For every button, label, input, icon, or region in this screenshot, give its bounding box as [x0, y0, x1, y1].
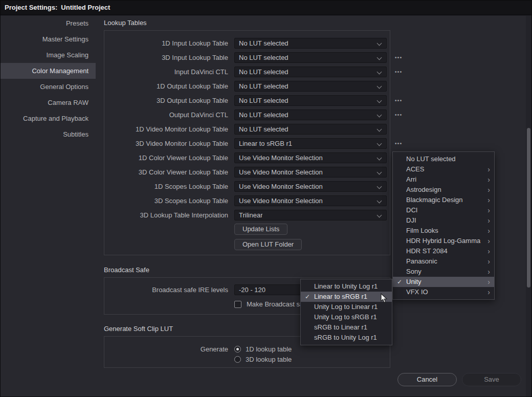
- chevron-down-icon: [377, 69, 382, 74]
- dropdown-1d-scopes[interactable]: Use Video Monitor Selection: [234, 181, 387, 192]
- sidebar-item-camera-raw[interactable]: Camera RAW: [0, 95, 96, 111]
- menu-item-astrodesign[interactable]: Astrodesign ›: [393, 185, 494, 195]
- lut-row-1d-output: 1D Output Lookup Table No LUT selected: [104, 79, 390, 93]
- section-title-soft-clip: Generate Soft Clip LUT: [104, 325, 173, 333]
- radio-option-1d[interactable]: 1D lookup table: [234, 345, 292, 352]
- submenu-item-unity-log-to-linear[interactable]: Unity Log to Linear r1: [301, 302, 392, 312]
- menu-item-arri[interactable]: Arri ›: [393, 174, 494, 185]
- chevron-down-icon: [377, 184, 382, 189]
- submenu-arrow-icon: ›: [484, 236, 490, 246]
- menu-item-label: DCI: [406, 205, 484, 215]
- submenu-item-unity-log-to-srgb[interactable]: Unity Log to sRGB r1: [301, 312, 392, 322]
- menu-item-sony[interactable]: Sony ›: [393, 267, 494, 277]
- lut-row-1d-scopes: 1D Scopes Lookup Table Use Video Monitor…: [104, 179, 390, 193]
- row-label: 3D Output Lookup Table: [104, 97, 228, 104]
- menu-item-vfx-io[interactable]: VFX IO ›: [393, 287, 494, 297]
- lut-row-output-ctl: Output DaVinci CTL No LUT selected •••: [104, 107, 390, 122]
- lookup-tables-panel: 1D Input Lookup Table No LUT selected 3D…: [104, 30, 390, 255]
- dropdown-3d-color-viewer[interactable]: Use Video Monitor Selection: [234, 167, 387, 178]
- chevron-down-icon: [377, 169, 382, 174]
- submenu-arrow-icon: ›: [484, 277, 490, 286]
- lut-row-1d-color-viewer: 1D Color Viewer Lookup Table Use Video M…: [104, 150, 390, 165]
- lut-row-3d-scopes: 3D Scopes Lookup Table Use Video Monitor…: [104, 193, 390, 208]
- sidebar-item-presets[interactable]: Presets: [0, 15, 96, 31]
- submenu-item-srgb-to-unity-log[interactable]: sRGB to Unity Log r1: [301, 333, 392, 343]
- generate-label: Generate: [104, 345, 228, 353]
- sidebar-item-capture-playback[interactable]: Capture and Playback: [0, 111, 96, 126]
- lut-row-3d-output: 3D Output Lookup Table No LUT selected •…: [104, 93, 390, 107]
- submenu-arrow-icon: ›: [484, 185, 490, 194]
- submenu-item-srgb-to-linear[interactable]: sRGB to Linear r1: [301, 322, 392, 333]
- radio-option-3d[interactable]: 3D lookup table: [234, 356, 292, 363]
- dropdown-interpolation[interactable]: Trilinear: [234, 210, 387, 220]
- dropdown-value: No LUT selected: [239, 68, 289, 76]
- menu-item-aces[interactable]: ACES ›: [393, 164, 494, 174]
- radio-1d-label: 1D lookup table: [246, 345, 292, 353]
- chevron-down-icon: [377, 155, 382, 160]
- menu-item-no-lut-selected[interactable]: No LUT selected: [393, 154, 494, 164]
- menu-item-label: Unity Log to sRGB r1: [314, 312, 388, 322]
- menu-item-label: sRGB to Unity Log r1: [314, 333, 388, 343]
- chevron-down-icon: [377, 83, 382, 89]
- dropdown-value: -20 - 120: [239, 286, 265, 294]
- row-label: 3D Input Lookup Table: [104, 54, 228, 61]
- dropdown-1d-video-monitor[interactable]: No LUT selected: [234, 124, 387, 135]
- radio-3d-icon[interactable]: [234, 356, 241, 363]
- chevron-down-icon: [377, 112, 382, 117]
- chevron-down-icon: [377, 198, 382, 203]
- options-ellipsis-icon[interactable]: •••: [392, 52, 405, 63]
- radio-3d-label: 3D lookup table: [246, 356, 292, 363]
- options-ellipsis-icon[interactable]: •••: [392, 66, 405, 77]
- submenu-item-linear-to-unity-log[interactable]: Linear to Unity Log r1: [301, 281, 392, 292]
- dropdown-3d-scopes[interactable]: Use Video Monitor Selection: [234, 195, 387, 206]
- dropdown-output-ctl[interactable]: No LUT selected: [234, 109, 387, 120]
- menu-item-dci[interactable]: DCI ›: [393, 205, 494, 215]
- options-ellipsis-icon[interactable]: •••: [392, 95, 405, 106]
- dropdown-value: Use Video Monitor Selection: [239, 183, 323, 190]
- sidebar-item-general-options[interactable]: General Options: [0, 79, 96, 95]
- menu-item-label: Unity Log to Linear r1: [314, 302, 388, 312]
- options-ellipsis-icon[interactable]: •••: [392, 109, 405, 120]
- submenu-arrow-icon: ›: [484, 257, 490, 266]
- scrollbar-thumb[interactable]: [527, 128, 530, 288]
- menu-item-panasonic[interactable]: Panasonic ›: [393, 256, 494, 267]
- row-label: 1D Scopes Lookup Table: [104, 183, 228, 190]
- options-ellipsis-icon[interactable]: •••: [392, 138, 405, 149]
- dropdown-1d-output[interactable]: No LUT selected: [234, 81, 387, 92]
- submenu-arrow-icon: ›: [484, 267, 490, 276]
- open-lut-folder-button[interactable]: Open LUT Folder: [234, 239, 302, 250]
- menu-item-hdr-hybrid-log-gamma[interactable]: HDR Hybrid Log-Gamma ›: [393, 236, 494, 246]
- menu-item-label: Arri: [406, 174, 484, 185]
- dropdown-input-ctl[interactable]: No LUT selected: [234, 67, 387, 77]
- row-label: Input DaVinci CTL: [104, 68, 228, 76]
- menu-item-label: Linear to Unity Log r1: [314, 281, 388, 292]
- menu-item-film-looks[interactable]: Film Looks ›: [393, 226, 494, 236]
- dropdown-3d-video-monitor[interactable]: Linear to sRGB r1: [234, 138, 387, 149]
- menu-item-unity[interactable]: ✓ Unity ›: [393, 277, 494, 287]
- title-bar: Project Settings: Untitled Project: [0, 0, 532, 15]
- submenu-arrow-icon: ›: [484, 216, 490, 225]
- ire-levels-label: Broadcast safe IRE levels: [104, 286, 228, 294]
- cancel-button[interactable]: Cancel: [397, 373, 457, 386]
- submenu-item-linear-to-srgb[interactable]: ✓ Linear to sRGB r1: [301, 292, 392, 302]
- radio-1d-icon[interactable]: [234, 346, 241, 352]
- sidebar-item-image-scaling[interactable]: Image Scaling: [0, 47, 96, 63]
- sidebar-item-master-settings[interactable]: Master Settings: [0, 31, 96, 47]
- make-broadcast-safe-checkbox[interactable]: [234, 301, 241, 308]
- sidebar-item-subtitles[interactable]: Subtitles: [0, 126, 96, 142]
- menu-item-dji[interactable]: DJI ›: [393, 215, 494, 226]
- row-label: 3D Scopes Lookup Table: [104, 197, 228, 205]
- dropdown-1d-color-viewer[interactable]: Use Video Monitor Selection: [234, 152, 387, 163]
- submenu-arrow-icon: ›: [484, 175, 490, 184]
- menu-item-blackmagic-design[interactable]: Blackmagic Design ›: [393, 195, 494, 205]
- lut-row-3d-input: 3D Input Lookup Table No LUT selected ••…: [104, 50, 390, 64]
- dropdown-3d-output[interactable]: No LUT selected: [234, 95, 387, 106]
- row-label: 3D Video Monitor Lookup Table: [104, 140, 228, 147]
- dropdown-1d-input[interactable]: No LUT selected: [234, 38, 387, 49]
- sidebar-item-color-management[interactable]: Color Management: [0, 63, 96, 79]
- submenu-arrow-icon: ›: [484, 226, 490, 235]
- menu-item-hdr-st-2084[interactable]: HDR ST 2084 ›: [393, 246, 494, 256]
- dropdown-3d-input[interactable]: No LUT selected: [234, 52, 387, 63]
- update-lists-button[interactable]: Update Lists: [234, 224, 287, 235]
- save-button[interactable]: Save: [462, 373, 521, 386]
